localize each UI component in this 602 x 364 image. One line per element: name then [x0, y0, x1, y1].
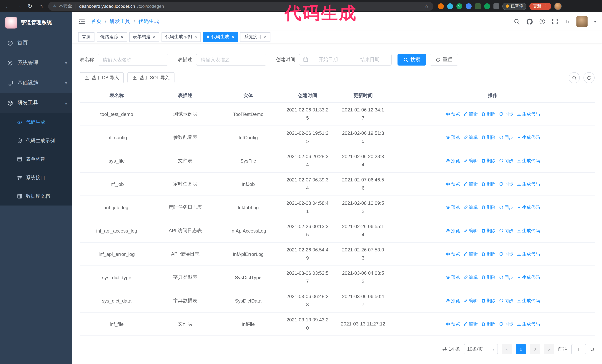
github-icon[interactable] — [527, 18, 533, 25]
delete-link[interactable]: 删除 — [481, 228, 495, 234]
table-desc-input[interactable] — [196, 54, 266, 65]
edit-link[interactable]: 编辑 — [463, 111, 478, 117]
delete-link[interactable]: 删除 — [481, 157, 495, 164]
preview-link[interactable]: 预览 — [445, 181, 460, 187]
edit-link[interactable]: 编辑 — [463, 134, 478, 141]
generate-code-link[interactable]: 生成代码 — [516, 298, 540, 304]
sync-link[interactable]: 同步 — [499, 204, 513, 210]
sync-link[interactable]: 同步 — [499, 274, 513, 281]
home-icon[interactable]: ⌂ — [37, 3, 45, 9]
browser-profile-avatar[interactable] — [554, 2, 562, 10]
hamburger-icon[interactable] — [78, 19, 85, 24]
preview-link[interactable]: 预览 — [445, 274, 460, 281]
sidebar-item-codegen[interactable]: 代码生成 — [0, 113, 72, 131]
delete-link[interactable]: 删除 — [481, 274, 495, 281]
sidebar-item-codegen-example[interactable]: 代码生成示例 — [0, 131, 72, 150]
sidebar-item-system-api[interactable]: 系统接口 — [0, 168, 72, 187]
extension-icon-5[interactable] — [475, 3, 481, 9]
edit-link[interactable]: 编辑 — [463, 228, 478, 234]
sync-link[interactable]: 同步 — [499, 111, 513, 117]
sync-link[interactable]: 同步 — [499, 134, 513, 141]
tab[interactable]: 代码生成 × — [203, 32, 238, 42]
delete-link[interactable]: 删除 — [481, 321, 495, 327]
delete-link[interactable]: 删除 — [481, 204, 495, 210]
bookmark-star-icon[interactable]: ☆ — [424, 3, 429, 9]
page-button-1[interactable]: 1 — [516, 344, 526, 354]
edit-link[interactable]: 编辑 — [463, 251, 478, 257]
search-icon[interactable] — [514, 19, 520, 24]
browser-menu-icon[interactable]: ⋮ — [543, 3, 548, 9]
extension-icon-7[interactable] — [494, 3, 499, 9]
breadcrumb-item-devtools[interactable]: 研发工具 — [109, 18, 130, 25]
preview-link[interactable]: 预览 — [445, 298, 460, 304]
forward-icon[interactable]: → — [15, 3, 23, 9]
table-name-input[interactable] — [98, 54, 168, 65]
edit-link[interactable]: 编辑 — [463, 321, 478, 327]
delete-link[interactable]: 删除 — [481, 111, 495, 117]
tab[interactable]: 首页 — [78, 32, 95, 42]
preview-link[interactable]: 预览 — [445, 134, 460, 141]
sync-link[interactable]: 同步 — [499, 181, 513, 187]
generate-code-link[interactable]: 生成代码 — [516, 204, 540, 210]
tab[interactable]: 链路追踪 × — [97, 32, 127, 42]
tab-close-icon[interactable]: × — [153, 34, 156, 39]
tab-close-icon[interactable]: × — [264, 34, 267, 39]
fullscreen-icon[interactable] — [552, 19, 558, 24]
tab-close-icon[interactable]: × — [194, 34, 197, 39]
reload-icon[interactable]: ↻ — [26, 3, 34, 10]
address-bar[interactable]: ⚠ 不安全 dashboard.yudao.iocoder.cn/tool/co… — [48, 2, 433, 10]
next-page-button[interactable]: › — [544, 344, 554, 354]
tab-close-icon[interactable]: × — [232, 34, 234, 39]
import-db-button[interactable]: 基于 DB 导入 — [80, 72, 124, 83]
sync-link[interactable]: 同步 — [499, 321, 513, 327]
breadcrumb-item-home[interactable]: 首页 — [91, 18, 101, 25]
sync-link[interactable]: 同步 — [499, 251, 513, 257]
prev-page-button[interactable]: ‹ — [502, 344, 512, 354]
search-toggle-button[interactable] — [569, 72, 580, 83]
tab[interactable]: 代码生成示例 × — [161, 32, 201, 42]
date-range-picker[interactable]: 开始日期 - 结束日期 — [299, 54, 392, 65]
sync-link[interactable]: 同步 — [499, 157, 513, 164]
generate-code-link[interactable]: 生成代码 — [516, 181, 540, 187]
edit-link[interactable]: 编辑 — [463, 274, 478, 281]
delete-link[interactable]: 删除 — [481, 181, 495, 187]
page-size-select[interactable]: 10条/页 ▾ — [464, 344, 498, 354]
goto-input[interactable] — [571, 344, 586, 354]
generate-code-link[interactable]: 生成代码 — [516, 321, 540, 327]
delete-link[interactable]: 删除 — [481, 134, 495, 141]
generate-code-link[interactable]: 生成代码 — [516, 274, 540, 281]
edit-link[interactable]: 编辑 — [463, 298, 478, 304]
generate-code-link[interactable]: 生成代码 — [516, 157, 540, 164]
reset-button[interactable]: 重置 — [430, 54, 458, 65]
generate-code-link[interactable]: 生成代码 — [516, 134, 540, 141]
sidebar-item-form-builder[interactable]: 表单构建 — [0, 150, 72, 168]
import-sql-button[interactable]: 基于 SQL 导入 — [128, 72, 174, 83]
edit-link[interactable]: 编辑 — [463, 181, 478, 187]
sync-link[interactable]: 同步 — [499, 228, 513, 234]
preview-link[interactable]: 预览 — [445, 251, 460, 257]
user-avatar[interactable] — [576, 16, 588, 27]
preview-link[interactable]: 预览 — [445, 321, 460, 327]
sidebar-item-system[interactable]: 系统管理 ▾ — [0, 53, 72, 73]
tab[interactable]: 系统接口 × — [240, 32, 270, 42]
extension-icon-2[interactable] — [447, 3, 453, 9]
extension-icon-3[interactable]: V — [456, 3, 462, 9]
font-size-icon[interactable]: TT — [565, 19, 570, 24]
sidebar-item-devtools[interactable]: 研发工具 ▴ — [0, 93, 72, 113]
delete-link[interactable]: 删除 — [481, 251, 495, 257]
delete-link[interactable]: 删除 — [481, 298, 495, 304]
sync-link[interactable]: 同步 — [499, 298, 513, 304]
help-icon[interactable] — [539, 19, 545, 24]
edit-link[interactable]: 编辑 — [463, 157, 478, 164]
search-button[interactable]: 搜索 — [398, 54, 426, 65]
page-button-2[interactable]: 2 — [530, 344, 540, 354]
sidebar-item-home[interactable]: 首页 — [0, 33, 72, 53]
tab[interactable]: 表单构建 × — [129, 32, 159, 42]
preview-link[interactable]: 预览 — [445, 111, 460, 117]
preview-link[interactable]: 预览 — [445, 228, 460, 234]
generate-code-link[interactable]: 生成代码 — [516, 251, 540, 257]
tab-close-icon[interactable]: × — [120, 34, 123, 39]
update-button[interactable]: 更新 ⋮ — [529, 2, 551, 10]
refresh-button[interactable] — [583, 72, 595, 83]
extension-icon-6[interactable] — [484, 3, 490, 9]
